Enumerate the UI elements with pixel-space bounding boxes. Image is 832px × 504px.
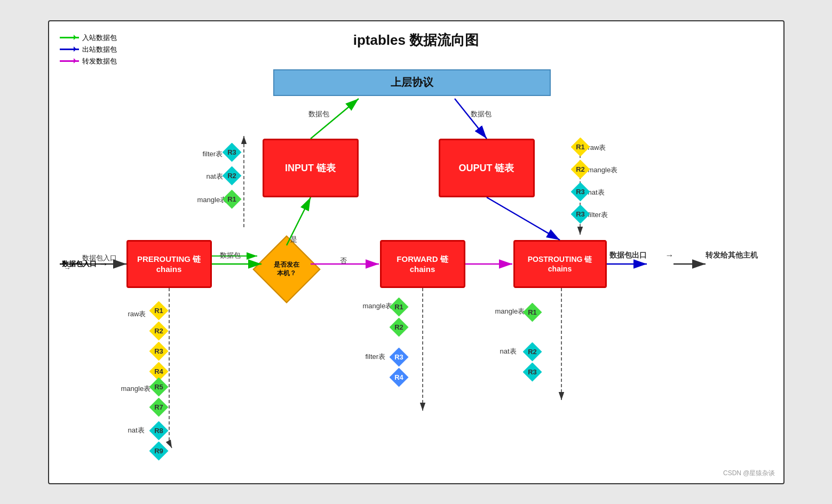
blue-arrow-icon — [60, 49, 79, 50]
legend-label-inbound: 入站数据包 — [82, 32, 117, 44]
data-packet-label-input: 数据包 — [308, 109, 329, 119]
input-nat-label: nat表 — [207, 172, 223, 181]
arrow-out-label: → — [665, 251, 674, 260]
decision-text: 是否发在本机？ — [274, 260, 299, 278]
input-filter-r3: R3 — [223, 143, 242, 162]
postrouting-chain-box: POSTROUTING 链chains — [513, 240, 607, 288]
pre-nat-stack: R8 R9 — [149, 421, 169, 461]
legend-label-forward: 转发数据包 — [82, 55, 117, 67]
post-nat-stack: R2 R3 — [523, 342, 542, 382]
forward-chain-box: FORWARD 链chains — [380, 240, 465, 288]
diagram-box: iptables 数据流向图 入站数据包 出站数据包 转发数据包 上层协议 IN… — [48, 20, 785, 484]
legend-item-forward: 转发数据包 — [60, 55, 117, 67]
no-label: 否 — [340, 256, 347, 266]
pre-raw-label: raw表 — [128, 309, 146, 319]
input-chain-box: INPUT 链表 — [263, 139, 359, 197]
fwd-mangle-stack: R1 R2 — [390, 298, 409, 337]
post-mangle-label: mangle表 — [495, 307, 525, 316]
output-nat-label: nat表 — [588, 188, 605, 197]
output-nat-r3: R3 — [571, 182, 590, 202]
output-filter-r3: R3 — [571, 205, 590, 224]
output-raw-r1: R1 — [571, 138, 590, 157]
magenta-arrow-icon — [60, 60, 79, 62]
pre-raw-stack: R1 R2 R3 R4 — [149, 301, 169, 381]
svg-line-11 — [487, 197, 560, 240]
post-mangle-stack: R1 — [523, 303, 542, 322]
prerouting-chain-box: PREROUTING 链chains — [126, 240, 212, 288]
legend-item-inbound: 入站数据包 — [60, 32, 117, 44]
legend-item-outbound: 出站数据包 — [60, 44, 117, 55]
fwd-filter-label: filter表 — [366, 352, 386, 362]
input-filter-label: filter表 — [203, 149, 223, 159]
dash-label: -数据包入口 — [60, 259, 97, 269]
svg-line-16 — [169, 443, 172, 448]
input-nat-r2: R2 — [223, 166, 242, 186]
output-mangle-label: mangle表 — [588, 165, 618, 175]
output-raw-label: raw表 — [588, 143, 606, 153]
yes-label: 是 — [290, 235, 297, 244]
fwd-filter-stack: R3 R4 — [390, 348, 409, 387]
page-container: iptables 数据流向图 入站数据包 出站数据包 转发数据包 上层协议 IN… — [0, 0, 832, 504]
forward-host-label: 转发给其他主机 — [706, 251, 758, 260]
right-arrow-in: → — [99, 259, 108, 270]
pre-nat-label: nat表 — [128, 426, 145, 435]
packet-in-group: -数据包入口 → — [60, 259, 108, 270]
legend: 入站数据包 出站数据包 转发数据包 — [60, 32, 117, 67]
diagram-title: iptables 数据流向图 — [49, 21, 783, 55]
output-mangle-r2: R2 — [571, 160, 590, 179]
data-packet-label-1: 数据包 — [220, 251, 241, 260]
fwd-mangle-label: mangle表 — [363, 301, 393, 311]
data-packet-label-output: 数据包 — [471, 109, 492, 119]
decision-diamond-container: 是否发在本机？ — [263, 245, 311, 293]
legend-label-outbound: 出站数据包 — [82, 44, 117, 55]
input-mangle-r1: R1 — [223, 190, 242, 209]
pre-mangle-stack: R5 R7 — [149, 378, 169, 417]
post-nat-label: nat表 — [500, 347, 517, 356]
output-chain-box: OUPUT 链表 — [439, 139, 535, 197]
pre-mangle-label: mangle表 — [121, 384, 151, 394]
upper-protocol-box: 上层协议 — [273, 69, 551, 96]
watermark: CSDN @星猿杂谈 — [723, 469, 775, 478]
green-arrow-icon — [60, 37, 79, 38]
data-out-label: 数据包出口 — [609, 251, 647, 260]
output-filter-label: filter表 — [588, 210, 608, 220]
